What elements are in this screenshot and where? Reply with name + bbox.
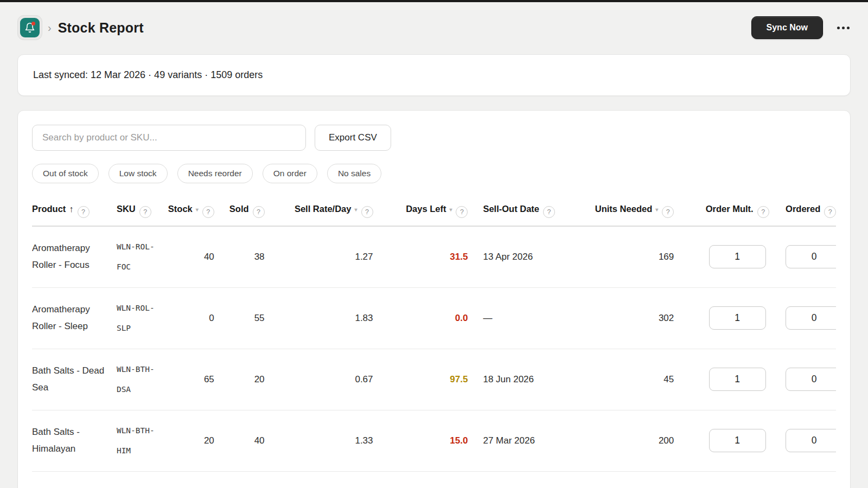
page-title: Stock Report <box>58 20 144 36</box>
days-left-cell: 97.5 <box>388 349 483 410</box>
dot-icon <box>837 27 840 29</box>
order-mult-input[interactable] <box>709 245 766 268</box>
order-mult-input[interactable] <box>709 429 766 452</box>
column-header-days-left[interactable]: Days Left▾? <box>388 200 483 226</box>
sync-now-button[interactable]: Sync Now <box>751 16 823 39</box>
ordered-cell <box>786 349 836 410</box>
sku-cell: WLN-BTH-DSA <box>117 349 164 410</box>
export-csv-button[interactable]: Export CSV <box>315 125 391 151</box>
stock-cell: 40 <box>164 226 229 287</box>
topbar-actions: Sync Now <box>751 16 851 39</box>
filter-chip-low-stock[interactable]: Low stock <box>108 164 168 183</box>
column-header-ordered[interactable]: Ordered? <box>786 200 836 226</box>
help-icon[interactable]: ? <box>456 206 468 218</box>
column-label: Stock <box>168 204 193 214</box>
filter-chip-needs-reorder[interactable]: Needs reorder <box>177 164 253 183</box>
product-cell: Bath Salts - Himalayan <box>32 410 117 471</box>
sell-out-date-cell: — <box>483 287 586 349</box>
notification-dot-icon <box>31 22 35 25</box>
column-header-units-needed[interactable]: Units Needed▾? <box>586 200 689 226</box>
app-icon-button[interactable] <box>17 15 42 40</box>
column-label: Order Mult. <box>706 204 754 214</box>
stock-report-card: Export CSV Out of stock Low stock Needs … <box>17 110 851 488</box>
sort-ascending-icon: ↑ <box>69 204 73 214</box>
sell-rate-cell: 1.33 <box>280 410 388 471</box>
days-left-cell: 31.5 <box>388 226 483 287</box>
table-toolbar: Export CSV <box>32 125 836 151</box>
help-icon[interactable]: ? <box>824 206 836 218</box>
column-header-product[interactable]: Product↑? <box>32 200 117 226</box>
days-left-cell: 0.0 <box>388 287 483 349</box>
column-header-sku[interactable]: SKU? <box>117 200 164 226</box>
bell-icon <box>20 18 40 37</box>
sku-cell: WLN-ROL-SLP <box>117 287 164 349</box>
sell-out-date-cell: 18 Jun 2026 <box>483 349 586 410</box>
column-header-order-mult[interactable]: Order Mult.? <box>689 200 786 226</box>
column-label: Sell Rate/Day <box>295 204 352 214</box>
sell-rate-cell: 0.67 <box>280 349 388 410</box>
help-icon[interactable]: ? <box>662 206 674 218</box>
table-row: Bath Salts - Himalayan WLN-BTH-HIM 20 40… <box>32 410 836 471</box>
column-header-sell-out-date[interactable]: Sell-Out Date? <box>483 200 586 226</box>
sort-caret-icon: ▾ <box>449 207 452 213</box>
help-icon[interactable]: ? <box>78 206 90 218</box>
units-needed-cell: 45 <box>586 349 689 410</box>
ordered-cell <box>786 410 836 471</box>
ordered-input[interactable] <box>786 368 836 391</box>
table-row: Aromatherapy Roller - Sleep WLN-ROL-SLP … <box>32 287 836 349</box>
ordered-cell <box>786 226 836 287</box>
column-label: Ordered <box>786 204 820 214</box>
column-header-stock[interactable]: Stock▾? <box>164 200 229 226</box>
help-icon[interactable]: ? <box>361 206 373 218</box>
ordered-input[interactable] <box>786 429 836 452</box>
stock-table: Product↑? SKU? Stock▾? Sold? Sell Rate/D… <box>32 200 836 472</box>
sort-caret-icon: ▾ <box>354 207 357 213</box>
topbar: › Stock Report Sync Now <box>0 2 868 54</box>
sold-cell: 55 <box>229 287 280 349</box>
sync-summary-text: Last synced: 12 Mar 2026 · 49 variants ·… <box>33 69 835 81</box>
search-input[interactable] <box>32 125 306 151</box>
filter-chip-on-order[interactable]: On order <box>263 164 317 183</box>
sell-rate-cell: 1.83 <box>280 287 388 349</box>
stock-cell: 20 <box>164 410 229 471</box>
sku-cell: WLN-BTH-HIM <box>117 410 164 471</box>
ordered-input[interactable] <box>786 245 836 268</box>
overflow-menu-button[interactable] <box>836 23 851 33</box>
sync-status-card: Last synced: 12 Mar 2026 · 49 variants ·… <box>17 54 851 96</box>
order-mult-input[interactable] <box>709 368 766 391</box>
order-mult-cell <box>689 410 786 471</box>
order-mult-input[interactable] <box>709 306 766 330</box>
filter-chip-row: Out of stock Low stock Needs reorder On … <box>32 164 836 183</box>
sold-cell: 20 <box>229 349 280 410</box>
product-cell: Aromatherapy Roller - Focus <box>32 226 117 287</box>
column-label: Sold <box>229 204 249 214</box>
stock-table-scroll-area[interactable]: Product↑? SKU? Stock▾? Sold? Sell Rate/D… <box>32 200 836 472</box>
sku-cell: WLN-ROL-FOC <box>117 226 164 287</box>
table-row: Bath Salts - Dead Sea WLN-BTH-DSA 65 20 … <box>32 349 836 410</box>
table-header-row: Product↑? SKU? Stock▾? Sold? Sell Rate/D… <box>32 200 836 226</box>
table-row: Aromatherapy Roller - Focus WLN-ROL-FOC … <box>32 226 836 287</box>
ordered-input[interactable] <box>786 306 836 330</box>
sold-cell: 38 <box>229 226 280 287</box>
column-header-sell-rate[interactable]: Sell Rate/Day▾? <box>280 200 388 226</box>
days-left-cell: 15.0 <box>388 410 483 471</box>
units-needed-cell: 302 <box>586 287 689 349</box>
order-mult-cell <box>689 226 786 287</box>
filter-chip-out-of-stock[interactable]: Out of stock <box>32 164 99 183</box>
help-icon[interactable]: ? <box>202 206 214 218</box>
product-cell: Aromatherapy Roller - Sleep <box>32 287 117 349</box>
sort-caret-icon: ▾ <box>196 207 199 213</box>
help-icon[interactable]: ? <box>253 206 265 218</box>
column-label: Days Left <box>406 204 446 214</box>
help-icon[interactable]: ? <box>757 206 769 218</box>
column-label: SKU <box>117 204 136 214</box>
sold-cell: 40 <box>229 410 280 471</box>
stock-cell: 0 <box>164 287 229 349</box>
help-icon[interactable]: ? <box>543 206 555 218</box>
column-header-sold[interactable]: Sold? <box>229 200 280 226</box>
order-mult-cell <box>689 287 786 349</box>
ordered-cell <box>786 287 836 349</box>
filter-chip-no-sales[interactable]: No sales <box>327 164 381 183</box>
sell-rate-cell: 1.27 <box>280 226 388 287</box>
help-icon[interactable]: ? <box>139 206 151 218</box>
